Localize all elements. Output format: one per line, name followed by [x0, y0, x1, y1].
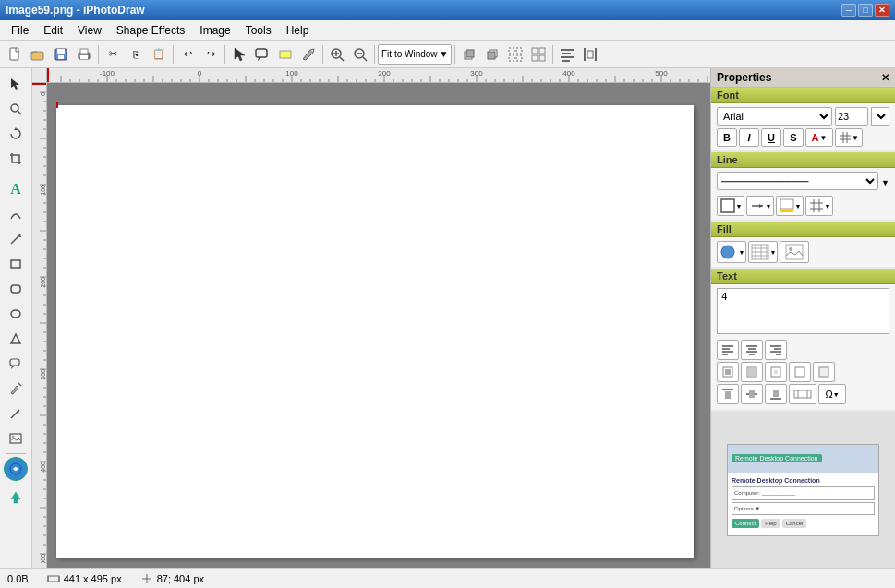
close-button[interactable]: ✕ [875, 4, 889, 17]
redo-button[interactable]: ↪ [200, 43, 222, 66]
arrange-back[interactable] [481, 43, 503, 66]
callout-button[interactable] [251, 43, 273, 66]
image-insert-tool[interactable] [4, 426, 28, 450]
fill-color-button[interactable]: ▼ [717, 241, 746, 263]
pointer-tool[interactable] [4, 72, 28, 96]
menu-image[interactable]: Image [192, 22, 237, 39]
menu-tools[interactable]: Tools [238, 22, 279, 39]
font-size-dropdown[interactable]: ▼ [871, 107, 889, 126]
svg-rect-6 [80, 49, 88, 54]
distribute-button[interactable] [579, 43, 601, 66]
font-family-select[interactable]: Arial [717, 107, 832, 126]
minimize-button[interactable]: ─ [841, 4, 856, 17]
fill-image-button[interactable] [780, 241, 809, 263]
fit-to-dropdown[interactable]: Fit to Window ▼ [378, 44, 452, 65]
font-family-row: Arial ▼ [717, 107, 889, 126]
text-align-left[interactable] [717, 340, 739, 360]
italic-button[interactable]: I [739, 128, 759, 147]
font-size-input[interactable] [835, 107, 868, 126]
align-button[interactable] [556, 43, 578, 66]
text-padding-outer2[interactable] [741, 362, 763, 382]
bold-button[interactable]: B [717, 128, 737, 147]
red-marker-top [56, 102, 58, 108]
highlight-button[interactable] [274, 43, 296, 66]
open-button[interactable] [27, 43, 49, 66]
rectangle-tool[interactable] [4, 252, 28, 276]
font-grid-button[interactable]: ▼ [835, 128, 863, 147]
select-button[interactable] [228, 43, 250, 66]
fill-options-row: ▼ ▼ [717, 241, 889, 263]
text-align-center[interactable] [741, 340, 763, 360]
callout-tool[interactable] [4, 352, 28, 376]
font-color-button[interactable]: A ▼ [805, 128, 833, 147]
menu-file[interactable]: File [4, 22, 36, 39]
text-section-content: 4 [711, 284, 895, 410]
fill-pattern-button[interactable]: ▼ [748, 241, 778, 263]
panel-close-button[interactable]: ✕ [881, 72, 889, 84]
app-title: Image59.png - iPhotoDraw [6, 4, 145, 17]
line-style-select[interactable]: ────────── [717, 172, 878, 190]
text-content-input[interactable]: 4 [717, 288, 889, 334]
rotate-tool[interactable] [4, 122, 28, 146]
group-button[interactable] [504, 43, 526, 66]
text-padding-outer4[interactable] [789, 362, 811, 382]
menu-help[interactable]: Help [279, 22, 317, 39]
copy-button[interactable]: ⎘ [125, 43, 147, 66]
text-tool[interactable]: A [4, 177, 28, 201]
text-valign-top[interactable] [717, 384, 739, 404]
print-button[interactable] [73, 43, 95, 66]
toolbar-sep-6 [454, 45, 455, 64]
svg-rect-30 [539, 55, 545, 61]
text-align-right[interactable] [765, 340, 787, 360]
active-tool-button[interactable] [4, 457, 28, 481]
rounded-rect-tool[interactable] [4, 277, 28, 301]
ungroup-button[interactable] [527, 43, 550, 66]
undo-button[interactable]: ↩ [176, 43, 199, 66]
main-area: A [0, 68, 895, 568]
zoom-in-tb-button[interactable] [326, 43, 348, 66]
line-arrow-button[interactable]: ▼ [746, 196, 774, 216]
line-color-button[interactable]: ▼ [776, 196, 804, 216]
triangle-tool[interactable] [4, 327, 28, 351]
text-symbol-dropdown[interactable]: Ω ▼ [818, 384, 846, 404]
position-status: 87; 404 px [140, 572, 204, 585]
menu-shape-effects[interactable]: Shape Effects [109, 22, 193, 39]
title-bar: Image59.png - iPhotoDraw ─ □ ✕ [0, 0, 895, 20]
text-valign-bot[interactable] [765, 384, 787, 404]
save-button[interactable] [50, 43, 72, 66]
arrange-front[interactable] [458, 43, 480, 66]
svg-rect-31 [561, 49, 574, 51]
menu-view[interactable]: View [70, 22, 109, 39]
canvas-scroll-area[interactable] [47, 83, 710, 568]
svg-rect-11 [280, 51, 291, 58]
strikethrough-button[interactable]: S [783, 128, 804, 147]
line-grid-button[interactable]: ▼ [805, 196, 833, 216]
draw-button[interactable] [297, 43, 320, 66]
text-special1[interactable] [789, 384, 816, 404]
svg-rect-9 [256, 49, 267, 57]
pan-tool[interactable] [4, 486, 28, 510]
menu-edit[interactable]: Edit [36, 22, 70, 39]
arrow-tool[interactable] [4, 402, 28, 426]
zoom-out-tb-button[interactable] [349, 43, 371, 66]
curve-tool[interactable] [4, 202, 28, 226]
paste-button[interactable]: 📋 [148, 43, 170, 66]
ellipse-tool[interactable] [4, 302, 28, 326]
line-border-button[interactable]: ▼ [717, 196, 744, 216]
text-valign-mid[interactable] [741, 384, 763, 404]
canvas-page[interactable] [56, 105, 694, 558]
lt-sep-2 [6, 453, 26, 454]
text-padding-outer5[interactable] [813, 362, 835, 382]
text-padding-outer3[interactable] [765, 362, 787, 382]
line-tool[interactable] [4, 227, 28, 251]
pen-tool[interactable] [4, 377, 28, 401]
underline-button[interactable]: U [761, 128, 781, 147]
cut-button[interactable]: ✂ [102, 43, 124, 66]
maximize-button[interactable]: □ [858, 4, 873, 17]
svg-rect-4 [58, 55, 64, 59]
zoom-tool[interactable] [4, 97, 28, 121]
new-button[interactable] [4, 43, 26, 66]
text-padding-outer1[interactable] [717, 362, 739, 382]
crop-tool[interactable] [4, 147, 28, 171]
svg-rect-64 [780, 199, 793, 209]
